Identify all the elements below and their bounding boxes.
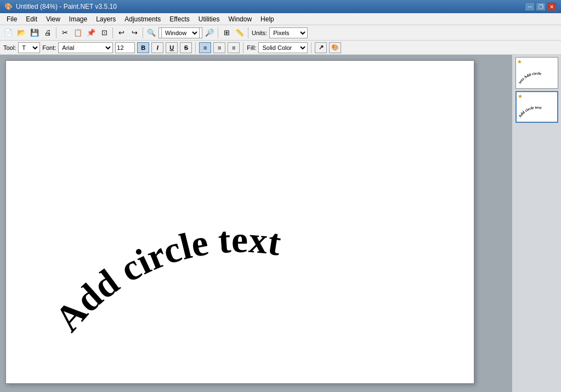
units-select[interactable]: Pixels Inches Centimeters (269, 27, 308, 38)
rulers-button[interactable]: 📏 (234, 27, 246, 39)
sep2 (112, 27, 113, 38)
thumb1-preview: text Add circle (518, 59, 556, 87)
crop-button[interactable]: ⊡ (98, 27, 110, 39)
canvas-svg: Add circle text (6, 61, 474, 383)
thumbnail-2[interactable]: ★ Add circle text (515, 91, 558, 123)
thumbnail-1[interactable]: ★ text Add circle (515, 57, 558, 89)
sep-fill (311, 42, 311, 53)
title-bar: 🎨 Untitled (84%) - Paint.NET v3.5.10 ─ ❐… (0, 0, 561, 13)
thumb2-star: ★ (518, 93, 523, 99)
sep5 (248, 27, 248, 38)
tool-select[interactable]: T (18, 42, 40, 53)
redo-button[interactable]: ↪ (128, 27, 140, 39)
strikethrough-button[interactable]: S (180, 42, 192, 53)
align-right-button[interactable]: ≡ (228, 42, 240, 53)
grid-button[interactable]: ⊞ (220, 27, 233, 39)
font-size-input[interactable] (115, 42, 135, 53)
units-label: Units: (252, 30, 267, 36)
canvas-content[interactable]: Add circle text (6, 61, 474, 383)
menu-help[interactable]: Help (256, 13, 279, 25)
align-left-button[interactable]: ≡ (199, 42, 211, 53)
menu-layers[interactable]: Layers (92, 13, 120, 25)
font-label: Font: (42, 44, 56, 51)
menu-utilities[interactable]: Utilities (194, 13, 224, 25)
sep3 (143, 27, 143, 38)
new-button[interactable]: 📄 (2, 27, 14, 39)
curve-options-button[interactable]: ↗ (315, 42, 327, 53)
restore-button[interactable]: ❐ (536, 2, 546, 11)
zoom-select[interactable]: Window 50% 84% 100% (161, 27, 200, 38)
menu-file[interactable]: File (2, 13, 21, 25)
open-button[interactable]: 📂 (15, 27, 27, 39)
thumb1-star: ★ (517, 59, 522, 65)
font-select[interactable]: Arial Times New Roman (58, 42, 113, 53)
zoom-out-button[interactable]: 🔍 (145, 27, 157, 39)
main-area: Add circle text ★ text Add circle ★ (0, 55, 561, 392)
menu-effects[interactable]: Effects (165, 13, 194, 25)
fill-select[interactable]: Solid Color Gradient No Fill (258, 42, 308, 53)
tool-label: Tool: (3, 44, 16, 51)
save-button[interactable]: 💾 (29, 27, 41, 39)
sep-align (243, 42, 243, 53)
copy-button[interactable]: 📋 (72, 27, 84, 39)
close-button[interactable]: ✕ (547, 2, 557, 11)
canvas-area: Add circle text (0, 55, 512, 392)
bold-button[interactable]: B (137, 42, 149, 53)
window-title: Untitled (84%) - Paint.NET v3.5.10 (16, 3, 117, 10)
fill-label: Fill: (247, 44, 256, 51)
svg-text:text Add circle: text Add circle (518, 71, 542, 84)
thumb2-preview: Add circle text (518, 93, 556, 121)
canvas-wrapper: Add circle text (5, 60, 474, 384)
svg-text:Add circle text: Add circle text (518, 105, 542, 118)
minimize-button[interactable]: ─ (525, 2, 535, 11)
svg-text:Add circle text: Add circle text (47, 219, 284, 339)
align-center-button[interactable]: ≡ (213, 42, 225, 53)
menu-image[interactable]: Image (65, 13, 92, 25)
menu-bar: File Edit View Image Layers Adjustments … (0, 13, 561, 25)
toolbar: 📄 📂 💾 🖨 ✂ 📋 📌 ⊡ ↩ ↪ 🔍 Window 50% 84% 100… (0, 25, 561, 41)
cut-button[interactable]: ✂ (59, 27, 71, 39)
right-panel: ★ text Add circle ★ Add circle text (512, 55, 561, 392)
sep4 (218, 27, 218, 38)
undo-button[interactable]: ↩ (115, 27, 127, 39)
paste-button[interactable]: 📌 (85, 27, 97, 39)
menu-adjustments[interactable]: Adjustments (120, 13, 165, 25)
tool-options-bar: Tool: T Font: Arial Times New Roman B I … (0, 41, 561, 55)
menu-window[interactable]: Window (224, 13, 256, 25)
window-controls: ─ ❐ ✕ (525, 2, 557, 11)
print-button[interactable]: 🖨 (42, 27, 54, 39)
sep1 (56, 27, 56, 38)
color-button[interactable]: 🎨 (329, 42, 341, 53)
app-icon: 🎨 (4, 3, 13, 10)
italic-button[interactable]: I (151, 42, 163, 53)
menu-edit[interactable]: Edit (21, 13, 42, 25)
menu-view[interactable]: View (42, 13, 65, 25)
zoom-display: Window 50% 84% 100% (158, 27, 202, 38)
underline-button[interactable]: U (166, 42, 178, 53)
sep-font (195, 42, 196, 53)
zoom-in-button[interactable]: 🔎 (203, 27, 216, 39)
